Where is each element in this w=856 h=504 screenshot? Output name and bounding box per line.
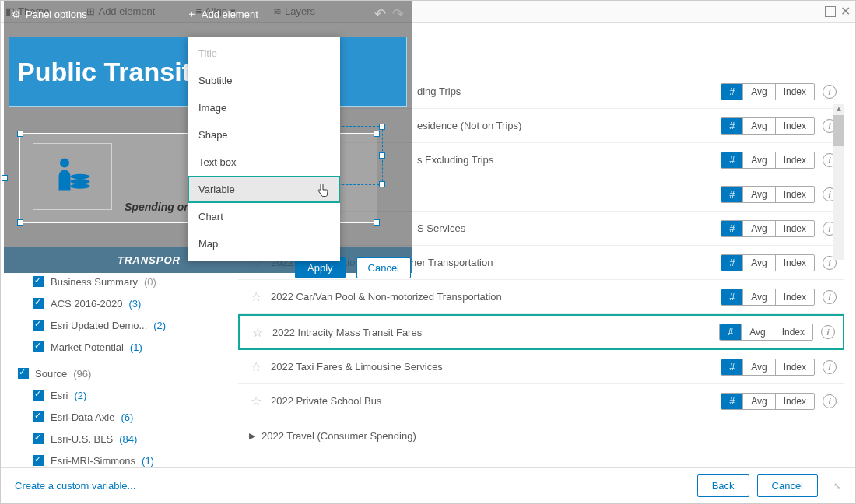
metric-index[interactable]: Index bbox=[775, 187, 814, 202]
info-icon[interactable]: i bbox=[821, 325, 835, 339]
metric-hash[interactable]: # bbox=[721, 152, 742, 168]
plus-icon: ＋ bbox=[187, 7, 197, 21]
expand-row-travel[interactable]: ▶ 2022 Travel (Consumer Spending) bbox=[238, 418, 844, 453]
filter-market-potential[interactable]: Market Potential (1) bbox=[18, 338, 228, 355]
filter-count[interactable]: (2) bbox=[153, 320, 166, 331]
metric-index[interactable]: Index bbox=[775, 152, 814, 168]
filter-esri-mri-simmons[interactable]: Esri-MRI-Simmons (1) bbox=[18, 452, 228, 469]
close-icon[interactable]: ✕ bbox=[840, 5, 851, 18]
checkbox-icon[interactable] bbox=[33, 276, 44, 287]
create-custom-variable-link[interactable]: Create a custom variable... bbox=[15, 480, 135, 492]
metric-index[interactable]: Index bbox=[775, 118, 814, 134]
undo-icon[interactable]: ↶ bbox=[374, 5, 386, 23]
apply-button[interactable]: Apply bbox=[295, 257, 346, 278]
title-banner-text: Public Transit P bbox=[17, 57, 216, 87]
metric-hash[interactable]: # bbox=[721, 255, 742, 271]
variable-row[interactable]: ☆ 2022 Taxi Fares & Limousine Services #… bbox=[238, 350, 844, 384]
filter-esri-data-axle[interactable]: Esri-Data Axle (6) bbox=[18, 408, 228, 425]
info-icon[interactable]: i bbox=[823, 360, 837, 374]
info-icon[interactable]: i bbox=[823, 290, 837, 304]
filter-esri-us-bls[interactable]: Esri-U.S. BLS (84) bbox=[18, 430, 228, 447]
resize-grip-icon[interactable]: ⤡ bbox=[833, 481, 841, 492]
metric-hash[interactable]: # bbox=[721, 221, 742, 236]
checkbox-icon[interactable] bbox=[33, 390, 44, 401]
add-element-menu[interactable]: ＋ Add element bbox=[187, 7, 258, 21]
filter-count: (0) bbox=[144, 276, 156, 288]
metric-avg[interactable]: Avg bbox=[742, 394, 774, 409]
checkbox-icon[interactable] bbox=[33, 433, 44, 444]
checkbox-icon[interactable] bbox=[33, 341, 44, 352]
metric-index[interactable]: Index bbox=[775, 255, 814, 271]
filter-acs-2016-2020[interactable]: ACS 2016-2020 (3) bbox=[18, 295, 228, 312]
filter-esri[interactable]: Esri (2) bbox=[18, 387, 228, 404]
dropdown-item-textbox[interactable]: Text box bbox=[188, 149, 340, 176]
undo-redo-group: ↶ ↷ bbox=[374, 5, 404, 23]
metric-hash[interactable]: # bbox=[721, 289, 742, 305]
metric-index[interactable]: Index bbox=[775, 359, 814, 375]
metric-hash[interactable]: # bbox=[721, 394, 742, 409]
metric-avg[interactable]: Avg bbox=[742, 221, 774, 236]
checkbox-icon[interactable] bbox=[18, 368, 29, 379]
variable-row[interactable]: ☆ 2022 Private School Bus #AvgIndex i bbox=[238, 384, 844, 418]
filter-count[interactable]: (84) bbox=[119, 433, 137, 445]
star-icon[interactable]: ☆ bbox=[251, 359, 263, 374]
checkbox-icon[interactable] bbox=[33, 411, 44, 422]
metric-hash[interactable]: # bbox=[721, 359, 742, 375]
star-icon[interactable]: ☆ bbox=[252, 325, 265, 340]
metric-avg[interactable]: Avg bbox=[742, 152, 774, 168]
dropdown-item-image[interactable]: Image bbox=[188, 94, 340, 121]
metric-index[interactable]: Index bbox=[774, 324, 812, 340]
back-button[interactable]: Back bbox=[697, 474, 749, 497]
star-icon[interactable]: ☆ bbox=[251, 289, 263, 304]
filter-count[interactable]: (1) bbox=[130, 341, 142, 353]
metric-avg[interactable]: Avg bbox=[742, 187, 774, 202]
metric-hash[interactable]: # bbox=[721, 187, 742, 202]
metric-hash[interactable]: # bbox=[721, 84, 742, 100]
dropdown-item-shape[interactable]: Shape bbox=[188, 121, 340, 149]
redo-icon[interactable]: ↷ bbox=[392, 5, 404, 23]
panel-options-menu[interactable]: ⚙ Panel options bbox=[12, 9, 87, 20]
add-element-label-2: Add element bbox=[202, 9, 258, 20]
metric-index[interactable]: Index bbox=[775, 394, 814, 409]
star-icon[interactable]: ☆ bbox=[251, 394, 263, 408]
metric-avg[interactable]: Avg bbox=[742, 84, 774, 100]
metric-avg[interactable]: Avg bbox=[742, 289, 774, 305]
checkbox-icon[interactable] bbox=[33, 298, 44, 309]
variable-row[interactable]: ☆ 2022 Car/Van Pool & Non-motorized Tran… bbox=[238, 280, 844, 314]
info-icon[interactable]: i bbox=[823, 394, 837, 408]
scroll-thumb[interactable] bbox=[833, 115, 844, 146]
metric-hash[interactable]: # bbox=[721, 118, 742, 134]
checkbox-icon[interactable] bbox=[33, 455, 44, 466]
dropdown-item-variable[interactable]: Variable bbox=[188, 176, 340, 203]
cancel-button-inline[interactable]: Cancel bbox=[356, 257, 411, 278]
metric-index[interactable]: Index bbox=[775, 84, 814, 100]
checkbox-icon[interactable] bbox=[33, 320, 44, 331]
maximize-icon[interactable] bbox=[825, 6, 836, 17]
vertical-scrollbar[interactable]: ▲ bbox=[833, 104, 844, 260]
filter-count[interactable]: (3) bbox=[129, 298, 142, 310]
dropdown-item-subtitle[interactable]: Subtitle bbox=[188, 67, 340, 94]
filter-count[interactable]: (6) bbox=[121, 411, 133, 423]
filter-count[interactable]: (1) bbox=[142, 455, 154, 467]
metric-avg[interactable]: Avg bbox=[741, 324, 773, 340]
svg-point-3 bbox=[71, 174, 90, 180]
filter-count[interactable]: (2) bbox=[74, 390, 86, 401]
cancel-button[interactable]: Cancel bbox=[757, 474, 818, 497]
dropdown-item-map[interactable]: Map bbox=[188, 230, 340, 257]
filter-source[interactable]: Source (96) bbox=[18, 365, 228, 382]
info-icon[interactable]: i bbox=[823, 85, 837, 99]
metric-avg[interactable]: Avg bbox=[742, 118, 774, 134]
legend-strip-text: TRANSPOR bbox=[118, 254, 181, 266]
metric-index[interactable]: Index bbox=[775, 221, 814, 236]
filter-label: Esri-U.S. BLS bbox=[51, 433, 113, 445]
dropdown-item-chart[interactable]: Chart bbox=[188, 203, 340, 230]
filter-business-summary[interactable]: Business Summary (0) bbox=[18, 273, 228, 290]
variable-row-highlighted[interactable]: ☆ 2022 Intracity Mass Transit Fares #Avg… bbox=[238, 314, 844, 350]
filter-esri-updated-demo[interactable]: Esri Updated Demo... (2) bbox=[18, 317, 228, 334]
filter-label: Source bbox=[35, 368, 67, 380]
scroll-up-arrow[interactable]: ▲ bbox=[833, 104, 844, 115]
metric-hash[interactable]: # bbox=[720, 324, 741, 340]
metric-index[interactable]: Index bbox=[775, 289, 814, 305]
metric-avg[interactable]: Avg bbox=[742, 255, 774, 271]
metric-avg[interactable]: Avg bbox=[742, 359, 774, 375]
